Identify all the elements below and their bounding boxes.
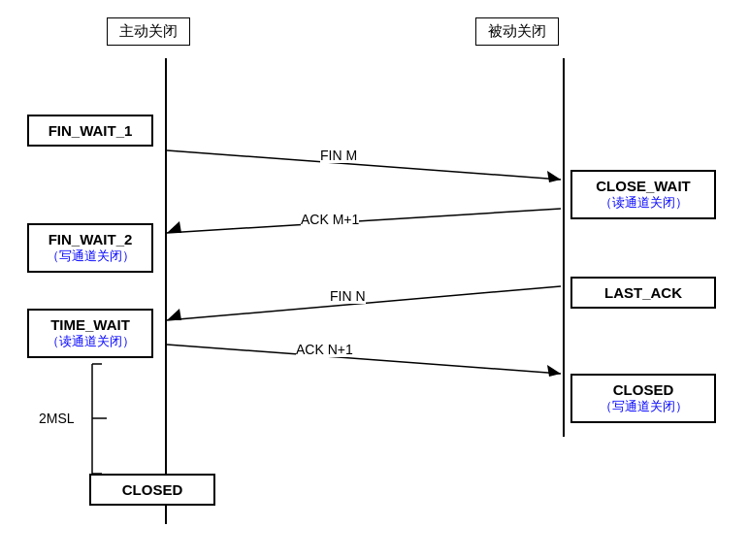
fin-wait-1-label: FIN_WAIT_1: [39, 122, 142, 139]
svg-marker-3: [167, 221, 181, 233]
diagram-container: 主动关闭 被动关闭 FIN_WAIT_1 FIN_WAIT_2 （写通道关闭） …: [0, 0, 749, 560]
left-vline: [165, 58, 167, 524]
right-header: 被动关闭: [475, 17, 559, 46]
left-header: 主动关闭: [107, 17, 190, 46]
fin-wait-2-box: FIN_WAIT_2 （写通道关闭）: [27, 223, 153, 273]
svg-marker-1: [547, 171, 561, 182]
brace-2msl-label: 2MSL: [39, 411, 75, 426]
closed-right-sub: （写通道关闭）: [582, 398, 704, 415]
svg-line-2: [167, 209, 561, 233]
last-ack-label: LAST_ACK: [582, 284, 704, 301]
close-wait-label: CLOSE_WAIT: [582, 178, 704, 194]
svg-marker-7: [547, 365, 561, 377]
ack-n1-label: ACK N+1: [296, 342, 353, 357]
closed-right-box: CLOSED （写通道关闭）: [570, 374, 716, 423]
close-wait-sub: （读通道关闭）: [582, 194, 704, 212]
svg-line-0: [167, 150, 561, 180]
svg-marker-5: [167, 309, 181, 320]
fin-wait-2-label: FIN_WAIT_2: [39, 231, 142, 247]
svg-line-6: [167, 345, 561, 374]
time-wait-label: TIME_WAIT: [39, 316, 142, 333]
closed-left-box: CLOSED: [89, 474, 215, 506]
closed-right-label: CLOSED: [582, 381, 704, 398]
ack-m1-label: ACK M+1: [301, 212, 359, 227]
time-wait-sub: （读通道关闭）: [39, 333, 142, 350]
fin-wait-1-box: FIN_WAIT_1: [27, 115, 153, 147]
fin-m-label: FIN M: [320, 148, 357, 163]
time-wait-box: TIME_WAIT （读通道关闭）: [27, 309, 153, 358]
close-wait-box: CLOSE_WAIT （读通道关闭）: [570, 170, 716, 219]
closed-left-label: CLOSED: [101, 481, 204, 498]
last-ack-box: LAST_ACK: [570, 277, 716, 309]
fin-wait-2-sub: （写通道关闭）: [39, 247, 142, 265]
right-vline: [563, 58, 565, 437]
fin-n-label: FIN N: [330, 288, 366, 304]
